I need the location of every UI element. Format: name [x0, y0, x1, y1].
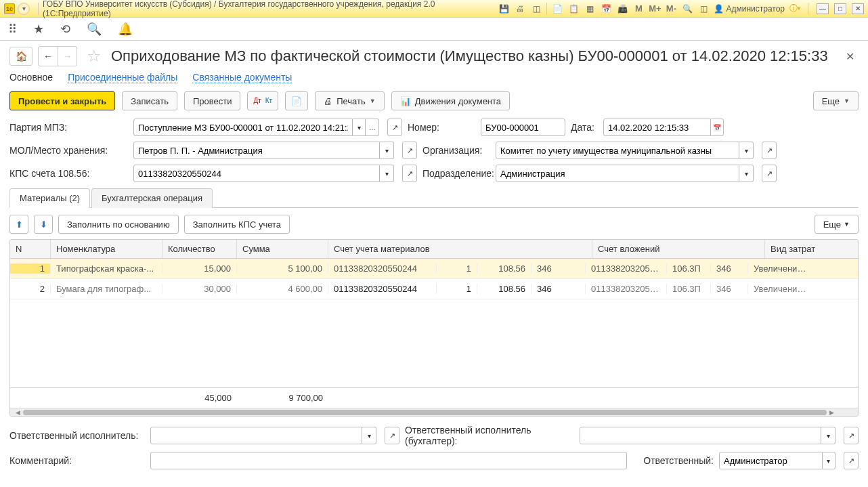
list-icon-button[interactable]: 📄	[285, 91, 308, 110]
home-button[interactable]: 🏠	[9, 47, 32, 66]
org-label: Организация:	[422, 145, 490, 156]
back-button[interactable]: ←	[39, 47, 58, 66]
table-more-button[interactable]: Еще ▼	[815, 215, 859, 234]
scroll-left-icon[interactable]: ◀	[16, 409, 20, 416]
window-title: ГОБУ ВПО Университет искусств (Субсидия)…	[43, 0, 498, 18]
dept-input[interactable]	[496, 165, 739, 182]
move-up-button[interactable]: ⬆	[9, 215, 28, 234]
select-button[interactable]: …	[366, 119, 379, 136]
col-quantity[interactable]: Количество	[162, 240, 237, 258]
open-button[interactable]: ↗	[844, 427, 859, 444]
scroll-thumb[interactable]	[23, 410, 827, 415]
col-account-invest[interactable]: Счет вложений	[592, 240, 765, 258]
dropdown-button[interactable]: ▾	[821, 427, 836, 444]
favorite-star-icon[interactable]: ☆	[87, 47, 102, 66]
forward-button[interactable]: →	[58, 47, 77, 66]
minimize-button[interactable]: —	[817, 3, 829, 14]
move-down-button[interactable]: ⬇	[34, 215, 53, 234]
table-row[interactable]: 2 Бумага для типограф... 30,000 4 600,00…	[10, 279, 858, 299]
date-input[interactable]	[603, 119, 711, 136]
cell-qty: 15,000	[162, 263, 237, 274]
memory-m-plus[interactable]: M+	[649, 3, 661, 15]
calendar-button[interactable]: 📅	[711, 119, 724, 136]
fill-kps-button[interactable]: Заполнить КПС учета	[184, 215, 290, 234]
open-button[interactable]: ↗	[402, 165, 417, 182]
tab-accounting-op[interactable]: Бухгалтерская операция	[91, 188, 213, 208]
panels-icon[interactable]: ◫	[697, 3, 710, 15]
col-account-materials[interactable]: Счет учета материалов	[328, 240, 592, 258]
grid: N Номенклатура Количество Сумма Счет уче…	[9, 239, 859, 417]
open-button[interactable]: ↗	[385, 427, 399, 444]
col-nomenclature[interactable]: Номенклатура	[51, 240, 162, 258]
bell-icon[interactable]: 🔔	[118, 22, 133, 37]
fill-by-base-button[interactable]: Заполнить по основанию	[58, 215, 179, 234]
grid-icon[interactable]: ▦	[584, 3, 596, 15]
nav-dropdown-icon[interactable]: ▾	[18, 3, 30, 15]
open-button[interactable]: ↗	[387, 119, 402, 136]
info-icon[interactable]: ⓘ▾	[789, 3, 801, 15]
user-badge[interactable]: 👤 Администратор	[714, 4, 785, 14]
save-button[interactable]: Записать	[122, 91, 177, 110]
resp-exec-input[interactable]	[150, 427, 362, 444]
open-button[interactable]: ↗	[762, 165, 777, 182]
dropdown-button[interactable]: ▾	[353, 119, 366, 136]
cell-n: 1	[10, 263, 51, 274]
cell-acc-v2: 108.56	[477, 263, 531, 274]
mol-input[interactable]	[133, 142, 380, 159]
cell-sum: 4 600,00	[237, 284, 328, 294]
open-button[interactable]: ↗	[402, 142, 417, 159]
apps-icon[interactable]: ⠿	[8, 22, 17, 37]
scroll-right-icon[interactable]: ▶	[829, 409, 834, 416]
close-button[interactable]: ✕	[852, 3, 864, 14]
col-cost-type[interactable]: Вид затрат	[765, 240, 829, 258]
star-icon[interactable]: ★	[33, 22, 44, 37]
number-input[interactable]	[481, 119, 565, 136]
subnav-main[interactable]: Основное	[9, 72, 53, 83]
save-icon[interactable]: 💾	[498, 3, 510, 15]
responsible-input[interactable]	[719, 452, 823, 469]
print-button[interactable]: 🖨 Печать ▼	[315, 91, 385, 110]
compare-icon[interactable]: ◫	[530, 3, 542, 15]
movements-button[interactable]: 📊 Движения документа	[391, 91, 510, 110]
debit-credit-button[interactable]: ДтКт	[247, 91, 278, 110]
clipboard-icon[interactable]: 📋	[567, 3, 580, 15]
maximize-button[interactable]: □	[834, 3, 846, 14]
search-icon[interactable]: 🔍	[87, 22, 102, 37]
tab-materials[interactable]: Материалы (2)	[9, 188, 90, 208]
post-button[interactable]: Провести	[184, 91, 241, 110]
org-input[interactable]	[496, 142, 739, 159]
dropdown-button[interactable]: ▾	[380, 165, 394, 182]
dropdown-button[interactable]: ▾	[739, 142, 754, 159]
dropdown-button[interactable]: ▾	[380, 142, 394, 159]
subnav-files[interactable]: Присоединенные файлы	[68, 72, 177, 83]
col-n[interactable]: N	[10, 240, 51, 258]
cell-acc-code: 01133820320550244	[328, 263, 437, 274]
memory-m[interactable]: M	[632, 3, 645, 15]
history-icon[interactable]: ⟲	[60, 22, 70, 37]
subnav-related[interactable]: Связанные документы	[192, 72, 292, 83]
dropdown-button[interactable]: ▾	[739, 165, 754, 182]
print-icon[interactable]: 🖨	[514, 3, 526, 15]
calendar-icon[interactable]: 📅	[600, 3, 612, 15]
table-area: ⬆ ⬇ Заполнить по основанию Заполнить КПС…	[0, 208, 868, 417]
open-button[interactable]: ↗	[762, 142, 777, 159]
close-page-button[interactable]: ✕	[842, 50, 859, 63]
memory-m-minus[interactable]: M-	[665, 3, 677, 15]
col-sum[interactable]: Сумма	[237, 240, 328, 258]
resp-exec-label: Ответственный исполнитель:	[9, 430, 145, 441]
comment-input[interactable]	[150, 452, 627, 469]
resp-exec-acc-input[interactable]	[580, 427, 821, 444]
table-row[interactable]: 1 Типографская краска-... 15,000 5 100,0…	[10, 259, 858, 279]
open-button[interactable]: ↗	[844, 452, 859, 469]
party-input[interactable]	[133, 119, 353, 136]
dropdown-button[interactable]: ▾	[362, 427, 376, 444]
zoom-icon[interactable]: 🔍	[681, 3, 693, 15]
titlebar: 1c ▾ ГОБУ ВПО Университет искусств (Субс…	[0, 0, 868, 18]
post-and-close-button[interactable]: Провести и закрыть	[9, 91, 115, 110]
more-button[interactable]: Еще ▼	[813, 91, 859, 110]
kps-input[interactable]	[133, 165, 380, 182]
dropdown-button[interactable]: ▾	[823, 452, 836, 469]
calc-icon[interactable]: 📠	[616, 3, 628, 15]
horizontal-scrollbar[interactable]: ◀ ▶	[10, 408, 858, 416]
doc-icon[interactable]: 📄	[551, 3, 563, 15]
